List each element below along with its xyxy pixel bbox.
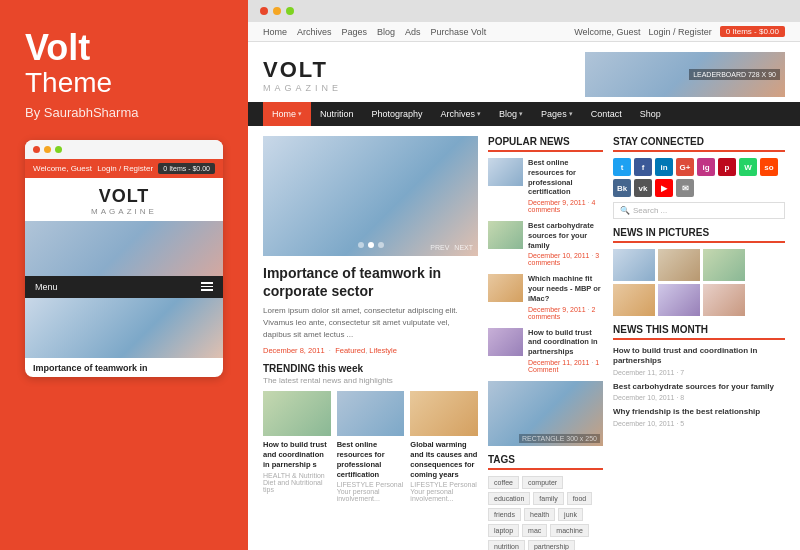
popular-meta-3: December 9, 2011 · 2 comments [528,306,603,320]
news-pic-1[interactable] [613,249,655,281]
trending-thumb-3 [410,391,478,436]
trending-subheading: The latest rental news and highlights [263,376,478,385]
nav-pages[interactable]: Pages [342,27,368,37]
tag-education[interactable]: education [488,492,530,505]
pinterest-icon[interactable]: p [718,158,736,176]
news-pic-4[interactable] [613,284,655,316]
news-pic-5[interactable] [658,284,700,316]
month-comments-2: 8 [680,394,684,401]
trending-title-2[interactable]: Best online resources for professional c… [337,440,405,479]
popular-title-1[interactable]: Best online resources for professional c… [528,158,603,197]
browser-dot-green [286,7,294,15]
slider-dot-3[interactable] [378,242,384,248]
month-article-meta-1: December 11, 2011 · 7 [613,369,785,376]
popular-title-2[interactable]: Best carbohydrate sources for your famil… [528,221,603,250]
article-cat-lifestyle[interactable]: Lifestyle [369,346,397,355]
facebook-icon[interactable]: f [634,158,652,176]
popular-info-4: How to build trust and coordination in p… [528,328,603,373]
search-placeholder: Search ... [633,206,778,215]
nav-purchase[interactable]: Purchase Volt [431,27,487,37]
main-nav-blog[interactable]: Blog ▾ [490,102,532,126]
news-pic-3[interactable] [703,249,745,281]
mobile-cart-button[interactable]: 0 Items - $0.00 [158,163,215,174]
month-article-title-3[interactable]: Why friendship is the best relationship [613,407,785,417]
month-article-title-2[interactable]: Best carbohydrate sources for your famil… [613,382,785,392]
main-article-meta: December 8, 2011 · Featured, Lifestyle [263,346,478,355]
main-nav-pages[interactable]: Pages ▾ [532,102,582,126]
tag-mac[interactable]: mac [522,524,547,537]
youtube-icon[interactable]: ▶ [655,179,673,197]
news-month-title: NEWS THIS MONTH [613,324,785,340]
article-cat-featured[interactable]: Featured [335,346,365,355]
slider-dot-2[interactable] [368,242,374,248]
trending-section: TRENDING this week The latest rental new… [263,363,478,502]
main-nav-nutrition[interactable]: Nutrition [311,102,363,126]
search-box[interactable]: 🔍 Search ... [613,202,785,219]
trending-thumb-1 [263,391,331,436]
mobile-login[interactable]: Login / Register [97,164,153,173]
tag-partnership[interactable]: partnership [528,540,575,550]
tag-health[interactable]: health [524,508,555,521]
twitter-icon[interactable]: t [613,158,631,176]
linkedin-icon[interactable]: in [655,158,673,176]
popular-title-3[interactable]: Which machine fit your needs - MBP or iM… [528,274,603,303]
tag-machine[interactable]: machine [550,524,588,537]
slider-next[interactable]: NEXT [454,244,473,251]
nav-archives[interactable]: Archives [297,27,332,37]
rectangle-ad: RECTANGLE 300 x 250 [488,381,603,446]
main-nav-home[interactable]: Home ▾ [263,102,311,126]
popular-thumb-1 [488,158,523,186]
month-article-title-1[interactable]: How to build trust and coordination in p… [613,346,785,367]
popular-thumb-3 [488,274,523,302]
mobile-dot-green [55,146,62,153]
trending-sub-1: Diet and Nutritional tips [263,479,331,493]
trending-grid: How to build trust and coordination in p… [263,391,478,502]
slider-dot-1[interactable] [358,242,364,248]
news-pic-2[interactable] [658,249,700,281]
popular-item-4: How to build trust and coordination in p… [488,328,603,373]
main-nav-archives[interactable]: Archives ▾ [432,102,491,126]
trending-cat-2: LIFESTYLE Personal [337,481,405,488]
mobile-hamburger-icon[interactable] [201,282,213,291]
tag-nutrition[interactable]: nutrition [488,540,525,550]
cart-button[interactable]: 0 Items - $0.00 [720,26,785,37]
nav-blog[interactable]: Blog [377,27,395,37]
slider-prev[interactable]: PREV [430,244,449,251]
whatsapp-icon[interactable]: W [739,158,757,176]
tag-food[interactable]: food [567,492,593,505]
main-nav-shop[interactable]: Shop [631,102,670,126]
vk-icon[interactable]: Bk [613,179,631,197]
app-icon[interactable]: vk [634,179,652,197]
left-panel: Volt Theme By SaurabhSharma Welcome, Gue… [0,0,248,550]
main-nav-photography[interactable]: Photography [363,102,432,126]
volt-title: Volt [25,30,223,66]
mobile-menu-label[interactable]: Menu [35,282,58,292]
tag-family[interactable]: family [533,492,563,505]
email-icon[interactable]: ✉ [676,179,694,197]
popular-date-4: December 11, 2011 [528,359,589,366]
trending-title-3[interactable]: Global warming and its causes and conseq… [410,440,478,479]
login-register-link[interactable]: Login / Register [649,27,712,37]
googleplus-icon[interactable]: G+ [676,158,694,176]
tag-laptop[interactable]: laptop [488,524,519,537]
trending-title-1[interactable]: How to build trust and coordination in p… [263,440,331,469]
tag-junk[interactable]: junk [558,508,583,521]
main-nav-contact[interactable]: Contact [582,102,631,126]
soundcloud-icon[interactable]: so [760,158,778,176]
tag-friends[interactable]: friends [488,508,521,521]
author-credit: By SaurabhSharma [25,105,223,120]
browser-dot-yellow [273,7,281,15]
nav-ads[interactable]: Ads [405,27,421,37]
nav-home[interactable]: Home [263,27,287,37]
tag-coffee[interactable]: coffee [488,476,519,489]
right-column: STAY CONNECTED t f in G+ ig p W so Bk vk… [613,136,785,540]
popular-title-4[interactable]: How to build trust and coordination in p… [528,328,603,357]
welcome-text: Welcome, Guest [574,27,640,37]
main-article-title[interactable]: Importance of teamwork in corporate sect… [263,264,478,300]
news-pic-6[interactable] [703,284,745,316]
mobile-article-title: Importance of teamwork in [25,358,223,378]
hero-image: PREV NEXT [263,136,478,256]
instagram-icon[interactable]: ig [697,158,715,176]
tag-computer[interactable]: computer [522,476,563,489]
popular-meta-4: December 11, 2011 · 1 Comment [528,359,603,373]
